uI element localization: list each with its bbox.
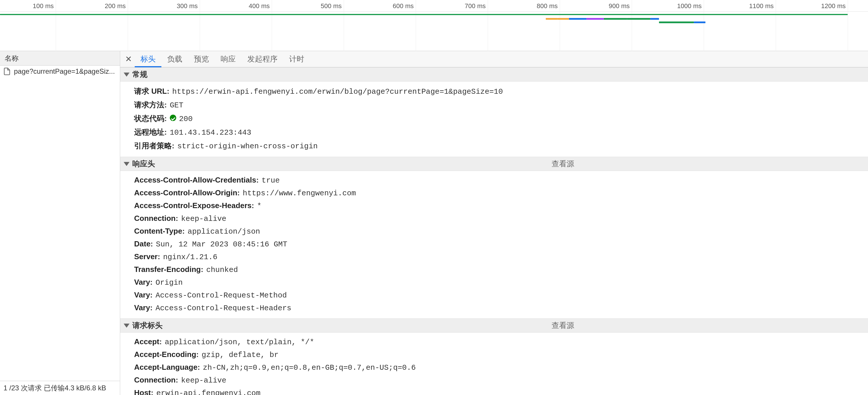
headers-panel[interactable]: 常规 请求 URL:https://erwin-api.fengwenyi.co… — [120, 67, 868, 395]
field-label: Date — [134, 239, 150, 249]
field-value: GET — [170, 101, 183, 110]
timeline-overview[interactable]: 100 ms 200 ms 300 ms 400 ms 500 ms 600 m… — [0, 0, 868, 51]
field-value: 200 — [179, 114, 193, 123]
response-headers-section: Access-Control-Allow-Credentials:true Ac… — [120, 171, 868, 318]
field-label: Vary — [134, 278, 150, 287]
section-title: 常规 — [132, 69, 148, 79]
tick-label: 700 ms — [465, 2, 486, 10]
field-value: application/json — [188, 227, 260, 236]
field-label: Accept — [134, 337, 159, 346]
chevron-down-icon — [124, 324, 129, 328]
section-title: 请求标头 — [132, 321, 162, 331]
field-value: Access-Control-Request-Method — [156, 291, 287, 300]
field-label: Vary — [134, 303, 150, 312]
field-label: Access-Control-Expose-Headers — [134, 201, 252, 210]
request-details-panel: ✕ 标头 负载 预览 响应 发起程序 计时 常规 请求 URL:https://… — [120, 51, 868, 395]
timeline-ruler: 100 ms 200 ms 300 ms 400 ms 500 ms 600 m… — [0, 0, 868, 11]
request-list-panel: 名称 page?currentPage=1&pageSiz... 1 /23 次… — [0, 51, 120, 395]
field-label: Access-Control-Allow-Origin — [134, 188, 237, 197]
field-label: 远程地址 — [134, 127, 164, 137]
field-label: Accept-Language — [134, 363, 197, 372]
chevron-down-icon — [124, 72, 129, 77]
field-value: gzip, deflate, br — [202, 351, 278, 359]
tick-label: 1000 ms — [677, 2, 702, 10]
tick-label: 100 ms — [33, 2, 54, 10]
tick-label: 1200 ms — [821, 2, 846, 10]
field-label: Access-Control-Allow-Credentials — [134, 175, 256, 185]
field-label: 请求 URL — [134, 86, 167, 96]
tick-label: 200 ms — [105, 2, 126, 10]
field-value: zh-CN,zh;q=0.9,en;q=0.8,en-GB;q=0.7,en-U… — [203, 363, 416, 372]
close-icon[interactable]: ✕ — [122, 53, 135, 66]
field-value: Access-Control-Request-Headers — [156, 304, 291, 312]
request-name: page?currentPage=1&pageSiz... — [14, 67, 115, 75]
field-label: Content-Type — [134, 227, 182, 236]
field-value: keep-alive — [181, 215, 226, 223]
field-value: https://www.fengwenyi.com — [243, 189, 356, 198]
tab-response[interactable]: 响应 — [215, 51, 242, 67]
field-value: chunked — [206, 266, 238, 274]
section-title: 响应头 — [132, 159, 155, 169]
tab-preview[interactable]: 预览 — [188, 51, 215, 67]
field-value: * — [257, 202, 261, 210]
general-section: 请求 URL:https://erwin-api.fengwenyi.com/e… — [120, 81, 868, 157]
field-value: Sun, 12 Mar 2023 08:45:16 GMT — [156, 240, 287, 249]
field-label: Host — [134, 388, 151, 395]
tick-label: 600 ms — [393, 2, 414, 10]
tab-payload[interactable]: 负载 — [161, 51, 188, 67]
tick-label: 1100 ms — [749, 2, 774, 10]
tab-timing[interactable]: 计时 — [283, 51, 310, 67]
request-list[interactable]: page?currentPage=1&pageSiz... — [0, 66, 120, 381]
general-section-header[interactable]: 常规 — [120, 67, 868, 81]
tick-label: 300 ms — [177, 2, 198, 10]
field-value: true — [261, 176, 280, 185]
field-value: https://erwin-api.fengwenyi.com/erwin/bl… — [172, 87, 503, 96]
field-label: 请求方法 — [134, 100, 164, 110]
request-headers-section-header[interactable]: 请求标头 查看源 — [120, 318, 868, 333]
tab-headers[interactable]: 标头 — [135, 51, 161, 67]
view-source-link[interactable]: 查看源 — [552, 159, 574, 169]
request-headers-section: Accept:application/json, text/plain, */*… — [120, 333, 868, 395]
field-label: Accept-Encoding — [134, 350, 196, 359]
field-value: strict-origin-when-cross-origin — [177, 142, 318, 151]
field-label: 状态代码 — [134, 113, 164, 124]
view-source-link[interactable]: 查看源 — [552, 321, 574, 331]
status-ok-icon — [170, 114, 176, 121]
request-list-header: 名称 — [0, 51, 120, 66]
tick-label: 400 ms — [249, 2, 270, 10]
timeline-waterfall — [0, 18, 868, 21]
request-row[interactable]: page?currentPage=1&pageSiz... — [0, 66, 120, 77]
request-summary: 1 /23 次请求 已传输4.3 kB/6.8 kB — [0, 381, 120, 395]
timeline-track — [0, 14, 868, 16]
field-label: Transfer-Encoding — [134, 265, 201, 274]
field-label: Connection — [134, 214, 176, 223]
field-label: Server — [134, 252, 158, 261]
tick-label: 800 ms — [537, 2, 558, 10]
field-value: erwin-api.fengwenyi.com — [156, 389, 260, 395]
field-label: 引用者策略 — [134, 141, 172, 151]
field-value: Origin — [156, 278, 183, 287]
chevron-down-icon — [124, 162, 129, 166]
response-headers-section-header[interactable]: 响应头 查看源 — [120, 157, 868, 171]
tick-label: 500 ms — [321, 2, 342, 10]
document-icon — [3, 67, 11, 75]
field-value: nginx/1.21.6 — [163, 253, 217, 262]
field-value: 101.43.154.223:443 — [170, 128, 251, 137]
field-label: Vary — [134, 291, 150, 299]
field-label: Connection — [134, 375, 176, 385]
details-tabs: ✕ 标头 负载 预览 响应 发起程序 计时 — [120, 51, 868, 67]
field-value: keep-alive — [181, 376, 226, 385]
tab-initiator[interactable]: 发起程序 — [242, 51, 283, 67]
field-value: application/json, text/plain, */* — [164, 338, 314, 347]
tick-label: 900 ms — [609, 2, 630, 10]
